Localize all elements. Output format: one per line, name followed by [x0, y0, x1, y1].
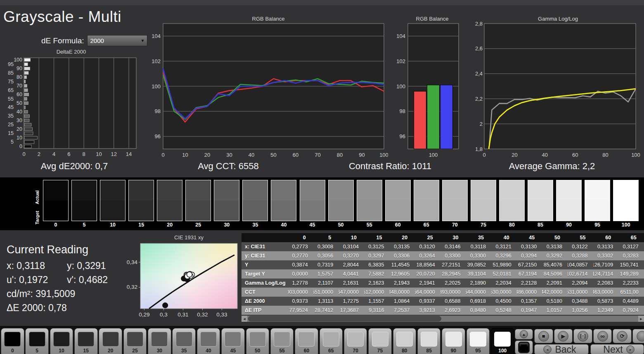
rgb-balance-line-svg: 96981001021040102030405060708090100: [149, 16, 388, 160]
patch-button-95[interactable]: 95: [466, 328, 490, 354]
actual-swatch: [271, 180, 296, 201]
patch-swatch: [29, 332, 45, 347]
actual-swatch: [100, 180, 125, 201]
patch-button-65[interactable]: 65: [320, 328, 343, 354]
patch-button-20[interactable]: 20: [99, 328, 122, 354]
range-icon: [··]: [578, 331, 588, 342]
table-cell: 7551,0000: [313, 288, 339, 297]
table-cell: 0,6918: [466, 297, 491, 306]
patch-label: 50: [246, 348, 269, 354]
target-swatch: [157, 201, 182, 221]
pattern-window-button[interactable]: [515, 340, 533, 354]
table-cell: 17,3687: [339, 306, 364, 315]
patch-button-55[interactable]: 55: [270, 328, 294, 354]
actual-swatch: [556, 180, 581, 201]
reading-x: x: 0,3118: [7, 260, 67, 271]
table-cell: 0,3296: [491, 251, 517, 260]
patch-button-45[interactable]: 45: [221, 328, 245, 354]
play-button[interactable]: ▶: [554, 329, 573, 343]
svg-text:85: 85: [8, 70, 14, 76]
patch-button-100[interactable]: 100: [491, 328, 514, 354]
strip-swatch-label: 35: [242, 222, 268, 228]
patch-label: 35: [173, 348, 195, 354]
patch-label: 60: [295, 348, 318, 354]
patch-swatch: [4, 332, 21, 347]
patch-button-70[interactable]: 70: [344, 328, 367, 354]
patch-button-85[interactable]: 85: [417, 328, 441, 354]
table-corner-cell: [242, 233, 288, 242]
patch-button-35[interactable]: 35: [172, 328, 196, 354]
svg-text:0: 0: [19, 144, 22, 149]
reading-u: u': 0,1972: [7, 274, 67, 286]
table-cell: 104,0857: [568, 260, 593, 269]
scroll-left-icon[interactable]: ◄: [242, 316, 247, 322]
refresh-button[interactable]: ⟳: [613, 329, 632, 343]
next-chevrons-icon: »: [626, 345, 635, 354]
actual-swatch: [243, 180, 268, 201]
back-button[interactable]: « Back: [534, 344, 589, 354]
target-swatch: [214, 201, 239, 221]
patch-button-0[interactable]: 0: [1, 328, 24, 354]
target-swatch: [329, 201, 353, 221]
svg-text:80: 80: [17, 74, 22, 80]
patch-button-30[interactable]: 30: [148, 328, 171, 354]
patch-label: 10: [50, 348, 73, 354]
table-column-header: 10: [339, 233, 364, 242]
svg-text:60: 60: [572, 152, 578, 158]
table-cell: 2,2233: [618, 278, 644, 288]
actual-swatch: [329, 180, 353, 201]
table-cell: 1,2778: [288, 278, 313, 288]
table-column-header: 25: [415, 233, 440, 242]
svg-text:0,31: 0,31: [178, 312, 188, 318]
table-cell: 2,1943: [390, 278, 415, 288]
de-formula-dropdown[interactable]: 2000 ▼: [87, 35, 147, 46]
table-cell: 20,0720: [415, 269, 440, 278]
target-swatch: [528, 201, 553, 221]
patch-button-5[interactable]: 5: [25, 328, 49, 354]
patch-button-80[interactable]: 80: [393, 328, 417, 354]
patch-button-60[interactable]: 60: [295, 328, 318, 354]
patch-button-50[interactable]: 50: [246, 328, 270, 354]
table-cell: 2,2025: [440, 278, 466, 288]
top-strip: [0, 0, 644, 5]
table-cell: 6647,0000: [339, 288, 364, 297]
table-cell: 0,7319: [313, 260, 339, 269]
target-swatch: [43, 201, 68, 221]
range-button[interactable]: [··]: [573, 329, 592, 343]
patch-button-90[interactable]: 90: [442, 328, 465, 354]
table-column-header: 20: [390, 233, 415, 242]
patch-button-10[interactable]: 10: [50, 328, 73, 354]
scroll-right-icon[interactable]: ►: [638, 316, 644, 322]
patch-label: 0: [1, 348, 24, 354]
rgb-balance-bar-chart: RGB Balance 9698100102104100: [393, 16, 471, 160]
actual-swatch: [613, 180, 638, 201]
strip-swatch-35: [242, 180, 268, 221]
stop-button[interactable]: ■: [534, 329, 553, 343]
patch-button-15[interactable]: 15: [74, 328, 98, 354]
next-button[interactable]: Next »: [590, 344, 644, 354]
scrollbar-thumb[interactable]: [248, 316, 441, 321]
reading-luminance: cd/m²: 391,5009: [7, 288, 139, 300]
patch-button-25[interactable]: 25: [123, 328, 147, 354]
table-cell: 6512,0000: [364, 288, 390, 297]
table-cell: 0,3270: [339, 251, 364, 260]
strip-swatch-5: [71, 180, 97, 221]
table-cell: 149,289: [618, 269, 644, 278]
patch-button-40[interactable]: 40: [197, 328, 220, 354]
strip-swatch-25: [185, 180, 211, 221]
svg-text:95: 95: [8, 61, 14, 67]
svg-text:55: 55: [8, 96, 14, 102]
patch-swatch: [225, 332, 241, 347]
svg-text:8: 8: [83, 151, 85, 157]
blank-button[interactable]: [632, 329, 644, 343]
table-scrollbar[interactable]: ◄ ►: [242, 316, 644, 322]
patch-button-75[interactable]: 75: [368, 328, 392, 354]
scroll-up-button[interactable]: ▲: [515, 329, 533, 340]
svg-text:90: 90: [17, 66, 22, 71]
table-cell: 39,1104: [466, 269, 491, 278]
loop-button[interactable]: ∞: [593, 329, 612, 343]
strip-swatch-label: 10: [100, 222, 125, 228]
svg-text:50: 50: [270, 152, 276, 158]
strip-swatch-label: 75: [471, 222, 496, 228]
table-cell: 1,0256: [568, 306, 593, 315]
